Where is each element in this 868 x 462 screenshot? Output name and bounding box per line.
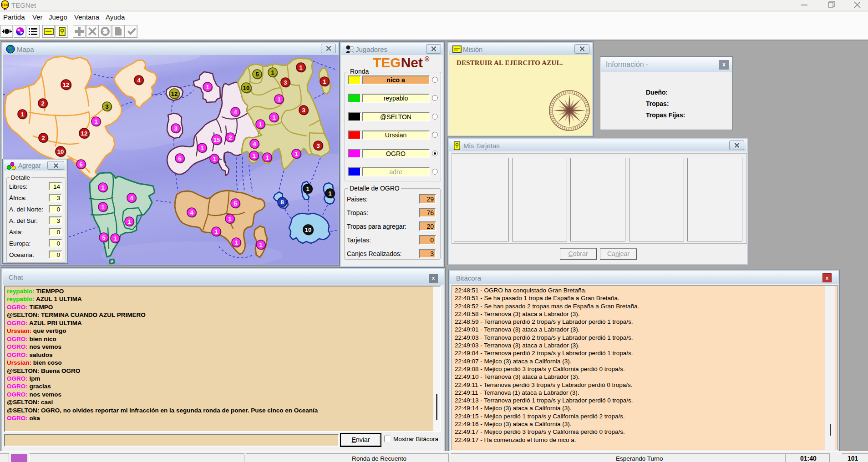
svg-text:2: 2 [228,134,232,141]
svg-text:1: 1 [214,228,218,235]
svg-text:10: 10 [305,226,311,233]
svg-text:1: 1 [228,216,231,222]
svg-text:1: 1 [294,151,298,157]
svg-text:12: 12 [81,130,87,137]
svg-text:1: 1 [234,239,238,246]
svg-text:1: 1 [20,111,24,118]
svg-text:1: 1 [200,145,203,151]
svg-text:TEG: TEG [2,3,9,6]
svg-text:10: 10 [57,148,64,155]
svg-text:5: 5 [233,200,237,207]
svg-text:3: 3 [105,103,108,110]
svg-text:5: 5 [255,71,259,78]
svg-text:1: 1 [252,152,255,159]
svg-text:1: 1 [265,154,269,161]
svg-text:4: 4 [233,109,237,116]
svg-text:4: 4 [190,209,193,216]
svg-text:12: 12 [171,90,178,97]
svg-text:4: 4 [130,195,133,201]
svg-text:6: 6 [79,161,82,168]
svg-text:8: 8 [280,199,284,206]
svg-text:1: 1 [206,84,209,90]
svg-text:1: 1 [213,156,216,162]
svg-text:3: 3 [284,79,287,86]
svg-text:1: 1 [306,186,309,192]
svg-text:10: 10 [243,85,249,91]
svg-text:1: 1 [277,96,280,103]
svg-text:1: 1 [299,64,302,71]
svg-text:5: 5 [102,234,105,241]
svg-text:6: 6 [178,155,181,162]
svg-text:1: 1 [272,114,275,121]
svg-text:3: 3 [302,107,305,114]
svg-text:1: 1 [259,121,262,128]
svg-text:15: 15 [213,136,220,143]
svg-text:1: 1 [271,69,274,76]
svg-text:1: 1 [101,184,104,191]
svg-text:1: 1 [328,190,331,197]
svg-text:4: 4 [253,141,256,147]
svg-text:1: 1 [101,204,104,211]
svg-text:4: 4 [137,77,141,84]
svg-text:1: 1 [113,235,117,242]
svg-text:1: 1 [94,118,97,125]
svg-text:1: 1 [323,78,326,85]
svg-text:1: 1 [127,218,131,225]
svg-text:2: 2 [41,100,44,107]
svg-text:3: 3 [174,125,177,132]
svg-text:3: 3 [316,142,320,149]
svg-text:2: 2 [41,135,45,141]
svg-text:1: 1 [259,241,262,248]
svg-text:12: 12 [63,81,69,88]
